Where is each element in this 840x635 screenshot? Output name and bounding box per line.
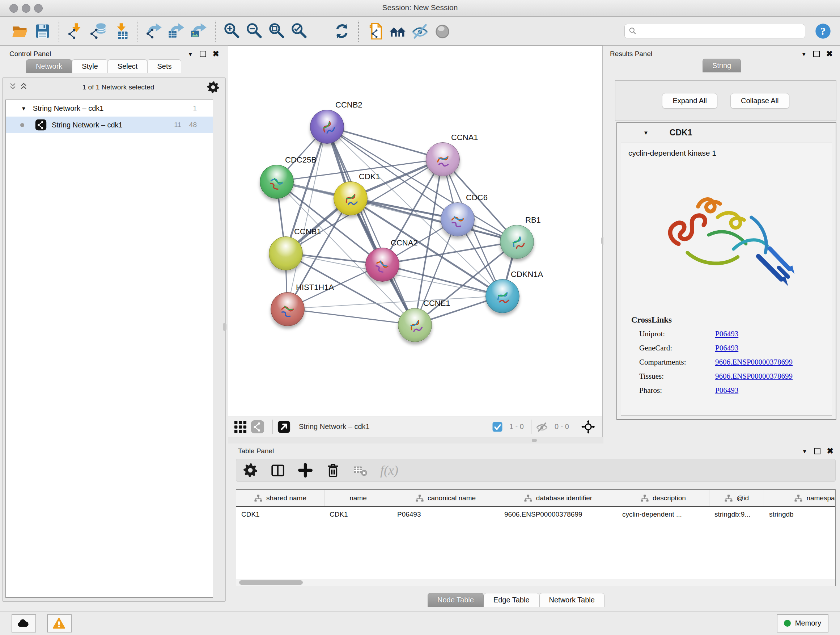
column-header-shared-name[interactable]: shared name	[236, 490, 325, 506]
network-node-ccna1[interactable]	[426, 142, 460, 176]
network-node-cdk1[interactable]	[333, 181, 368, 215]
expand-all-tree-icon[interactable]	[8, 82, 19, 92]
warning-icon	[53, 617, 66, 630]
delete-column-icon[interactable]	[325, 463, 340, 478]
export-table-button[interactable]	[165, 20, 187, 42]
tab-string[interactable]: String	[703, 59, 741, 73]
zoom-selected-button[interactable]	[288, 20, 310, 42]
cloud-button[interactable]	[11, 614, 36, 632]
collapse-gene-icon[interactable]: ▼	[643, 130, 649, 136]
warning-button[interactable]	[47, 614, 72, 632]
save-session-button[interactable]	[31, 20, 54, 42]
table-horizontal-scrollbar[interactable]	[236, 579, 835, 586]
tab-edge-table[interactable]: Edge Table	[484, 593, 539, 607]
maximize-panel-icon[interactable]	[200, 51, 206, 57]
sphere-button[interactable]	[431, 20, 454, 42]
collapse-collection-icon[interactable]: ▼	[21, 105, 27, 111]
network-node-cdkn1a[interactable]	[485, 279, 519, 313]
float-panel-icon[interactable]: ▼	[801, 51, 807, 57]
column-header-database-identifier[interactable]: database identifier	[499, 490, 617, 506]
memory-label: Memory	[795, 619, 821, 627]
maximize-panel-icon[interactable]	[813, 51, 820, 57]
network-edge-count: 48	[189, 121, 197, 129]
open-file-button[interactable]	[9, 20, 31, 42]
column-header-name[interactable]: name	[325, 490, 392, 506]
gene-section-header[interactable]: ▼ CDK1	[617, 123, 836, 142]
import-table-from-file-button[interactable]	[109, 20, 132, 42]
crosslink-link[interactable]: 9606.ENSP00000378699	[715, 358, 793, 367]
grid-view-icon[interactable]	[233, 420, 247, 434]
selected-checkbox-icon[interactable]	[492, 421, 503, 432]
table-cell: CDK1	[325, 507, 392, 524]
network-node-cdc6[interactable]	[441, 203, 475, 236]
network-node-rb1[interactable]	[500, 225, 534, 259]
crosslinks-list: Uniprot:P06493GeneCard:P06493Compartment…	[621, 327, 832, 397]
results-panel: Results Panel ▼ ✖ String Expand All Coll…	[603, 46, 840, 443]
svg-text:?: ?	[821, 25, 826, 37]
export-image-button[interactable]	[187, 20, 210, 42]
tree-column-icon	[794, 494, 803, 502]
close-panel-icon[interactable]: ✖	[826, 51, 833, 57]
columns-icon[interactable]	[270, 463, 286, 478]
left-splitter-handle[interactable]	[223, 323, 226, 331]
document-network-button[interactable]	[364, 20, 386, 42]
results-panel-title: Results Panel	[610, 50, 652, 58]
crosslink-link[interactable]: 9606.ENSP00000378699	[715, 372, 793, 381]
crosslink-link[interactable]: P06493	[715, 329, 738, 339]
open-in-new-window-icon[interactable]	[277, 420, 291, 434]
memory-button[interactable]: Memory	[777, 614, 829, 632]
hidden-eye-slash-icon[interactable]	[536, 421, 548, 433]
help-button[interactable]: ?	[815, 23, 831, 40]
float-panel-icon[interactable]: ▼	[802, 448, 807, 454]
tab-network-table[interactable]: Network Table	[539, 593, 605, 607]
network-node-ccnb2[interactable]	[310, 110, 344, 144]
float-panel-icon[interactable]: ▼	[188, 51, 193, 57]
search-input[interactable]	[624, 24, 805, 38]
network-canvas[interactable]: CCNB2CCNA1CDC25BCDK1CDC6RB1CCNB1CCNA2CDK…	[228, 46, 602, 416]
import-network-from-database-button[interactable]	[87, 20, 109, 42]
crosslink-link[interactable]: P06493	[715, 344, 738, 353]
network-node-hist1h1a[interactable]	[271, 292, 305, 326]
zoom-out-button[interactable]	[243, 20, 265, 42]
network-node-ccne1[interactable]	[398, 308, 432, 342]
tab-node-table[interactable]: Node Table	[428, 593, 484, 607]
column-header-canonical-name[interactable]: canonical name	[392, 490, 499, 506]
add-column-icon[interactable]	[298, 463, 313, 478]
network-node-ccnb1[interactable]	[269, 236, 303, 271]
houses-button[interactable]	[386, 20, 409, 42]
column-header-namespace[interactable]: namespace	[764, 490, 836, 506]
hide-unhide-button[interactable]	[409, 20, 431, 42]
export-network-button[interactable]	[142, 20, 165, 42]
tab-select[interactable]: Select	[108, 59, 148, 73]
network-node-ccna2[interactable]	[365, 248, 399, 282]
crosslink-row: Compartments:9606.ENSP00000378699	[621, 355, 832, 369]
gear-icon[interactable]	[207, 81, 219, 94]
gear-icon[interactable]	[243, 463, 258, 478]
tab-network[interactable]: Network	[26, 59, 72, 73]
scrollbar-thumb[interactable]	[239, 580, 303, 585]
network-row[interactable]: String Network – cdk1 11 48	[6, 117, 213, 133]
import-network-from-file-button[interactable]	[65, 20, 87, 42]
zoom-fit-button[interactable]	[265, 20, 288, 42]
collapse-all-button[interactable]: Collapse All	[730, 93, 789, 109]
table-cell: cyclin-dependent ...	[617, 507, 709, 524]
expand-all-button[interactable]: Expand All	[662, 93, 717, 109]
maximize-panel-icon[interactable]	[814, 448, 821, 454]
splitter-handle[interactable]	[532, 439, 537, 442]
tab-sets[interactable]: Sets	[147, 59, 181, 73]
collapse-all-tree-icon[interactable]	[19, 82, 30, 92]
node-label-rb1: RB1	[525, 215, 541, 225]
table-row[interactable]: CDK1CDK1P064939606.ENSP00000378699cyclin…	[236, 507, 835, 524]
crosshair-icon[interactable]	[581, 420, 595, 434]
tab-style[interactable]: Style	[72, 59, 107, 73]
share-view-icon[interactable]	[251, 420, 264, 434]
crosslink-link[interactable]: P06493	[715, 386, 738, 395]
network-node-cdc25b[interactable]	[260, 165, 294, 199]
column-header-description[interactable]: description	[617, 490, 709, 506]
refresh-button[interactable]	[331, 20, 353, 42]
zoom-in-button[interactable]	[221, 20, 243, 42]
column-header--id[interactable]: @id	[709, 490, 764, 506]
network-collection-row[interactable]: ▼ String Network – cdk1 1	[6, 100, 213, 117]
close-panel-icon[interactable]: ✖	[213, 51, 219, 57]
close-panel-icon[interactable]: ✖	[827, 448, 834, 454]
